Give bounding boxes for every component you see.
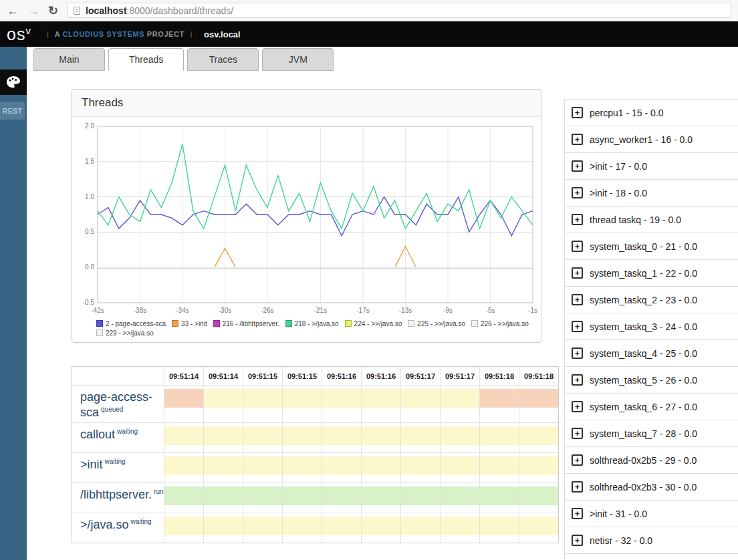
thread-list-item[interactable]: +async_worker1 - 16 - 0.0 — [565, 126, 738, 153]
status-bar-waiting — [362, 456, 400, 475]
thread-list-item[interactable]: +system_taskq_0 - 21 - 0.0 — [565, 233, 738, 260]
svg-text:1.0: 1.0 — [85, 193, 94, 200]
status-bar-running — [243, 486, 282, 505]
gantt-cell — [361, 453, 400, 482]
thread-list-item[interactable]: +>init - 17 - 0.0 — [565, 153, 738, 180]
status-bar-waiting — [441, 517, 479, 535]
expand-icon[interactable]: + — [572, 187, 583, 198]
gantt-row: >/java.sowaiting — [72, 513, 558, 543]
gantt-time-header: 09:51:18 — [479, 367, 519, 385]
gantt-cell — [479, 423, 519, 452]
svg-text:-26s: -26s — [261, 307, 273, 314]
thread-name: /libhttpserver.running — [72, 483, 164, 513]
status-bar-waiting — [204, 426, 243, 445]
rest-tab[interactable]: REST — [0, 102, 25, 120]
thread-list-label: >init - 31 - 0.0 — [590, 509, 647, 519]
gantt-cell — [282, 423, 322, 452]
expand-icon[interactable]: + — [572, 294, 583, 305]
gantt-cell — [361, 423, 400, 452]
status-bar-running — [164, 486, 203, 505]
status-bar-waiting — [362, 389, 400, 408]
dashboard-home-button[interactable] — [0, 69, 27, 95]
svg-text:0.5: 0.5 — [85, 228, 94, 235]
expand-icon[interactable]: + — [572, 214, 583, 225]
tab-jvm[interactable]: JVM — [262, 48, 334, 71]
status-bar-waiting — [519, 426, 558, 445]
thread-name: >initwaiting — [72, 453, 164, 482]
thread-name: page-access-scaqueued — [72, 386, 164, 422]
thread-list-item[interactable]: +>init - 18 - 0.0 — [565, 180, 738, 206]
tab-threads[interactable]: Threads — [108, 48, 184, 71]
chart-container: 2.01.51.00.50.0-0.5-42s-38s-34s-30s-26s-… — [72, 117, 541, 319]
thread-list-item[interactable]: +system_taskq_5 - 26 - 0.0 — [565, 367, 738, 394]
expand-icon[interactable]: + — [572, 107, 583, 118]
status-bar-waiting — [401, 426, 440, 445]
thread-list-label: netisr - 32 - 0.0 — [590, 535, 652, 546]
gantt-time-header: 09:51:16 — [322, 367, 361, 385]
address-bar[interactable]: localhost:8000/dashboard/threads/ — [67, 3, 731, 18]
status-bar-waiting — [204, 389, 243, 408]
thread-list-item[interactable]: +system_taskq_3 - 24 - 0.0 — [565, 313, 738, 340]
thread-list-item[interactable]: +system_taskq_7 - 28 - 0.0 — [565, 420, 738, 447]
gantt-cell — [479, 483, 519, 513]
thread-list-item[interactable]: +percpu1 - 15 - 0.0 — [565, 100, 738, 126]
expand-icon[interactable]: + — [572, 454, 583, 466]
thread-list-label: system_taskq_0 - 21 - 0.0 — [590, 241, 697, 252]
status-bar-waiting — [441, 456, 479, 475]
status-bar-waiting — [243, 389, 282, 408]
svg-text:-1s: -1s — [528, 307, 537, 314]
gantt-table: 09:51:1409:51:1409:51:1509:51:1509:51:16… — [72, 366, 559, 543]
legend-swatch — [345, 320, 352, 327]
gantt-cell — [203, 513, 243, 543]
expand-icon[interactable]: + — [572, 535, 583, 546]
expand-icon[interactable]: + — [572, 374, 583, 386]
legend-item: 226 - >>/java.so — [471, 320, 529, 327]
thread-list-item[interactable]: +system_taskq_4 - 25 - 0.0 — [565, 340, 738, 367]
thread-list-item[interactable]: +system_taskq_1 - 22 - 0.0 — [565, 260, 738, 287]
gantt-cell — [440, 386, 479, 422]
expand-icon[interactable]: + — [572, 481, 583, 493]
thread-list-item[interactable]: +>init - 31 - 0.0 — [565, 501, 738, 527]
expand-icon[interactable]: + — [572, 428, 583, 439]
status-bar-waiting — [243, 456, 282, 475]
gantt-header-row: 09:51:1409:51:1409:51:1509:51:1509:51:16… — [72, 367, 558, 385]
expand-icon[interactable]: + — [572, 347, 583, 359]
browser-chrome: ← → ↻ localhost:8000/dashboard/threads/ — [0, 0, 738, 21]
status-bar-waiting — [204, 517, 243, 535]
status-bar-running — [283, 486, 322, 505]
expand-icon[interactable]: + — [572, 134, 583, 145]
back-icon[interactable]: ← — [7, 5, 19, 17]
gantt-cell — [519, 513, 558, 543]
expand-icon[interactable]: + — [572, 160, 583, 172]
gantt-time-header: 09:51:15 — [243, 367, 282, 385]
gantt-time-header: 09:51:17 — [400, 367, 440, 385]
tab-traces[interactable]: Traces — [187, 48, 259, 71]
thread-list-item[interactable]: +thread taskq - 19 - 0.0 — [565, 206, 738, 233]
forward-icon[interactable]: → — [27, 5, 39, 17]
gantt-cell — [164, 423, 203, 452]
svg-text:0.0: 0.0 — [85, 263, 94, 271]
thread-list-item[interactable]: +system_taskq_2 - 23 - 0.0 — [565, 287, 738, 313]
gantt-cell — [361, 386, 400, 422]
expand-icon[interactable]: + — [572, 401, 583, 412]
expand-icon[interactable]: + — [572, 508, 583, 519]
expand-icon[interactable]: + — [572, 241, 583, 252]
svg-text:-34s: -34s — [176, 307, 189, 314]
expand-icon[interactable]: + — [572, 267, 583, 279]
brand-bar: osv | A CLOUDIUS SYSTEMS PROJECT | osv.l… — [0, 21, 738, 47]
url-text[interactable]: localhost:8000/dashboard/threads/ — [86, 5, 233, 16]
thread-list-item[interactable]: +solthread-0x2b3 - 30 - 0.0 — [565, 474, 738, 501]
tab-main[interactable]: Main — [33, 48, 105, 71]
legend-swatch — [408, 320, 414, 327]
status-bar-waiting — [441, 426, 479, 445]
thread-list-item[interactable]: +solthread-0x2b5 - 29 - 0.0 — [565, 447, 738, 474]
thread-list-item[interactable]: +netisr - 32 - 0.0 — [565, 527, 738, 554]
status-bar-waiting — [401, 389, 440, 408]
reload-icon[interactable]: ↻ — [48, 5, 58, 17]
expand-icon[interactable]: + — [572, 321, 583, 332]
status-bar-waiting — [441, 389, 479, 408]
status-bar-waiting — [519, 517, 558, 535]
gantt-cell — [164, 386, 203, 422]
legend-swatch — [172, 320, 178, 327]
thread-list-item[interactable]: +system_taskq_6 - 27 - 0.0 — [565, 394, 738, 420]
